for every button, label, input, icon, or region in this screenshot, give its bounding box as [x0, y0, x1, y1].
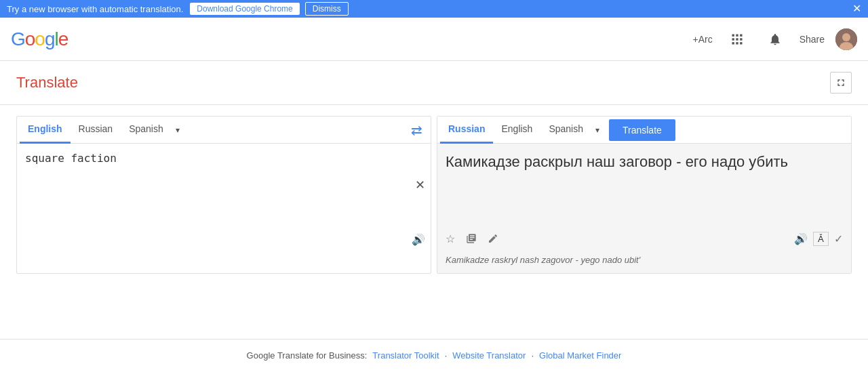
- avatar[interactable]: [835, 28, 857, 50]
- target-footer-left: ☆: [443, 230, 501, 248]
- page-title: Translate: [16, 74, 830, 91]
- close-banner-button[interactable]: ✕: [852, 3, 861, 14]
- notifications-icon-button[interactable]: [762, 26, 789, 53]
- svg-rect-6: [732, 42, 734, 44]
- google-logo[interactable]: Google: [11, 28, 68, 50]
- phonetic-button[interactable]: Ǎ: [813, 232, 829, 246]
- romanized-text: Kamikadze raskryl nash zagovor - yego na…: [437, 252, 851, 273]
- header: Google +Arc Share: [0, 18, 868, 61]
- download-chrome-button[interactable]: Download Google Chrome: [190, 3, 299, 15]
- target-tts-button[interactable]: 🔊: [791, 230, 810, 248]
- logo-o1: o: [25, 28, 35, 49]
- translated-text: Камикадзе раскрыл наш заговор - его надо…: [446, 152, 843, 173]
- svg-rect-7: [736, 42, 738, 44]
- dictionary-icon: [466, 233, 477, 244]
- dismiss-button[interactable]: Dismiss: [305, 2, 349, 16]
- source-lang-spanish[interactable]: Spanish: [121, 117, 172, 144]
- translate-button[interactable]: Translate: [609, 119, 675, 141]
- fullscreen-icon: [835, 77, 846, 88]
- avatar-image: [835, 28, 857, 50]
- target-lang-spanish[interactable]: Spanish: [540, 117, 591, 144]
- source-tts-button[interactable]: 🔊: [412, 233, 425, 246]
- fullscreen-button[interactable]: [830, 72, 852, 94]
- confirm-button[interactable]: ✓: [831, 230, 846, 248]
- target-lang-dropdown[interactable]: ▾: [591, 123, 604, 138]
- target-lang-russian[interactable]: Russian: [440, 117, 493, 144]
- target-lang-bar: Russian English Spanish ▾ Translate: [437, 117, 851, 144]
- banner-text: Try a new browser with automatic transla…: [7, 4, 183, 14]
- global-market-finder-link[interactable]: Global Market Finder: [539, 350, 621, 361]
- edit-button[interactable]: [485, 230, 501, 247]
- svg-rect-4: [736, 38, 738, 40]
- logo-g2: g: [45, 28, 55, 49]
- page-footer: Google Translate for Business: Translato…: [0, 339, 868, 371]
- svg-point-10: [842, 33, 850, 41]
- source-lang-english[interactable]: English: [20, 117, 71, 144]
- top-banner: Try a new browser with automatic transla…: [0, 0, 868, 18]
- logo-e: e: [58, 28, 68, 49]
- target-footer: ☆ 🔊 Ǎ ✓: [437, 225, 851, 252]
- footer-separator-2: ·: [531, 350, 534, 361]
- swap-languages-button[interactable]: ⇄: [406, 119, 428, 141]
- svg-rect-8: [740, 42, 742, 44]
- translator-toolkit-link[interactable]: Translator Toolkit: [372, 350, 439, 361]
- footer-label: Google Translate for Business:: [247, 350, 368, 361]
- footer-separator-1: ·: [445, 350, 448, 361]
- svg-rect-1: [736, 34, 738, 36]
- target-text-area: Камикадзе раскрыл наш заговор - его надо…: [437, 144, 851, 225]
- source-panel: English Russian Spanish ▾ ⇄ square facti…: [16, 116, 431, 274]
- source-input[interactable]: square faction: [17, 144, 431, 225]
- arc-button[interactable]: +Arc: [692, 34, 712, 45]
- source-lang-dropdown[interactable]: ▾: [172, 123, 184, 138]
- target-lang-english[interactable]: English: [493, 117, 540, 144]
- dictionary-button[interactable]: [463, 230, 479, 247]
- svg-rect-3: [732, 38, 734, 40]
- website-translator-link[interactable]: Website Translator: [452, 350, 526, 361]
- svg-rect-5: [740, 38, 742, 40]
- apps-icon-button[interactable]: [724, 26, 751, 53]
- source-lang-bar: English Russian Spanish ▾ ⇄: [17, 117, 431, 144]
- edit-icon: [488, 233, 498, 244]
- target-footer-right: 🔊 Ǎ ✓: [791, 230, 846, 248]
- logo-g: G: [11, 28, 25, 49]
- page-title-bar: Translate: [0, 61, 868, 105]
- header-right: +Arc Share: [692, 26, 857, 53]
- svg-rect-0: [732, 34, 734, 36]
- star-button[interactable]: ☆: [443, 230, 458, 248]
- bell-icon: [768, 33, 782, 46]
- clear-input-button[interactable]: ✕: [415, 178, 425, 192]
- grid-icon: [730, 33, 744, 46]
- share-button[interactable]: Share: [800, 34, 825, 45]
- logo-o2: o: [35, 28, 45, 49]
- svg-rect-2: [740, 34, 742, 36]
- source-footer: 🔊: [17, 227, 431, 251]
- source-lang-russian[interactable]: Russian: [71, 117, 121, 144]
- target-panel: Russian English Spanish ▾ Translate Ками…: [437, 116, 852, 274]
- translate-area: English Russian Spanish ▾ ⇄ square facti…: [0, 105, 868, 285]
